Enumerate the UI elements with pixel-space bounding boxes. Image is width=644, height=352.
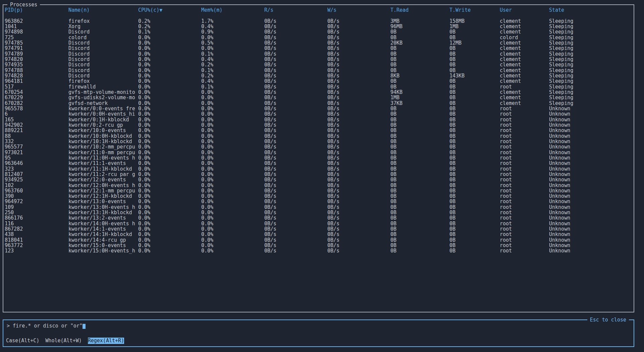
table-row[interactable]: 102kworker/12:0H-events_h0.0%0.0%0B/s0B/… — [5, 183, 632, 188]
table-row[interactable]: 973021kworker/11:0-mm_percpu0.0%0.0%0B/s… — [5, 150, 632, 155]
table-row[interactable]: 866176kworker/13:2-events0.0%0.0%0B/s0B/… — [5, 215, 632, 221]
cell-twrite: 0B — [449, 226, 500, 232]
cell-pid: 670229 — [5, 95, 68, 100]
table-row[interactable]: 332kworker/10:1H-kblockd0.0%0.0%0B/s0B/s… — [5, 139, 632, 144]
table-row[interactable]: 818041kworker/14:4-rcu_gp0.0%0.0%0B/s0B/… — [5, 237, 632, 243]
table-row[interactable]: 889221kworker/10:0-events0.0%0.0%0B/s0B/… — [5, 128, 632, 133]
table-row[interactable]: 670254gvfs-mtp-volume-monito0.0%0.0%0B/s… — [5, 90, 632, 95]
search-prompt: > — [7, 323, 13, 329]
cell-user: root — [500, 111, 549, 117]
cell-mem: 0.0% — [201, 155, 264, 161]
cell-state: Sleeping — [549, 35, 632, 40]
table-row[interactable]: 95kworker/11:0H-events_h0.0%0.0%0B/s0B/s… — [5, 155, 632, 161]
col-header-ws[interactable]: W/s — [327, 7, 390, 13]
table-row[interactable]: 165kworker/0:1H-kblockd0.0%0.0%0B/s0B/s0… — [5, 117, 632, 122]
table-row[interactable]: 965578kworker/0:0-events_fre0.0%0.0%0B/s… — [5, 106, 632, 111]
search-option-regex[interactable]: Regex(Alt+R) — [88, 338, 124, 344]
col-header-state[interactable]: State — [549, 7, 632, 13]
cell-twrite: 0B — [449, 237, 500, 243]
cell-tread: 0B — [390, 106, 449, 111]
table-row[interactable]: 88kworker/10:0H-kblockd0.0%0.0%0B/s0B/s0… — [5, 133, 632, 139]
cell-rs: 0B/s — [264, 221, 327, 226]
cell-mem: 0.0% — [201, 172, 264, 177]
cell-name: kworker/0:0H-events_hi — [68, 111, 138, 117]
table-row[interactable]: 965577kworker/10:2-mm_percpu0.0%0.0%0B/s… — [5, 144, 632, 150]
cell-twrite: 0B — [449, 78, 500, 84]
table-row[interactable]: 974789Discord0.0%0.1%0B/s0B/s0B0Bclement… — [5, 51, 632, 57]
table-row[interactable]: 116kworker/14:0H-events_h0.0%0.0%0B/s0B/… — [5, 221, 632, 226]
table-row[interactable]: 725colord0.0%0.0%0B/s0B/s0B0BcolordSleep… — [5, 35, 632, 40]
cell-cpu: 0.0% — [138, 84, 201, 90]
cell-ws: 0B/s — [327, 150, 390, 155]
table-row[interactable]: 670282gvfsd-network0.0%0.0%0B/s0B/s37KB0… — [5, 101, 632, 106]
table-row[interactable]: 974898Discord0.1%0.9%0B/s0B/s0B0Bclement… — [5, 29, 632, 35]
cell-twrite: 0B — [449, 122, 500, 128]
cell-twrite: 0B — [449, 204, 500, 210]
cell-tread: 0B — [390, 161, 449, 166]
table-row[interactable]: 963862firefox0.2%1.7%0B/s0B/s3MB158MBcle… — [5, 18, 632, 24]
cell-ws: 0B/s — [327, 226, 390, 232]
cell-cpu: 0.0% — [138, 150, 201, 155]
cell-pid: 6 — [5, 111, 68, 117]
cell-user: root — [500, 204, 549, 210]
col-header-name[interactable]: Name(n) — [68, 7, 138, 13]
cell-twrite: 143KB — [449, 73, 500, 78]
cell-pid: 670282 — [5, 101, 68, 106]
cell-mem: 0.0% — [201, 226, 264, 232]
table-row[interactable]: 6kworker/0:0H-events_hi0.0%0.0%0B/s0B/s0… — [5, 111, 632, 117]
cell-state: Unknown — [549, 188, 632, 193]
col-header-user[interactable]: User — [500, 7, 549, 13]
col-header-pid[interactable]: PID(p) — [5, 7, 68, 13]
table-row[interactable]: 1041Xorg0.2%0.4%0B/s0B/s96MB1MBclementSl… — [5, 24, 632, 29]
search-option-whole[interactable]: Whole(Alt+W) — [45, 338, 82, 344]
col-header-twrite[interactable]: T.Write — [449, 7, 500, 13]
cell-tread: 0B — [390, 221, 449, 226]
cell-pid: 963760 — [5, 188, 68, 193]
table-row[interactable]: 517firewalld0.0%0.1%0B/s0B/s0B0BrootSlee… — [5, 84, 632, 90]
search-query-text: fire.* or disco or "or" — [13, 323, 83, 329]
cell-rs: 0B/s — [264, 40, 327, 46]
cell-cpu: 0.0% — [138, 68, 201, 73]
table-row[interactable]: 974791Discord0.0%0.0%0B/s0B/s0B0Bclement… — [5, 46, 632, 51]
cell-rs: 0B/s — [264, 188, 327, 193]
table-row[interactable]: 974828Discord0.0%0.2%0B/s0B/s8KB143KBcle… — [5, 73, 632, 78]
table-row[interactable]: 963646kworker/11:1-events0.0%0.0%0B/s0B/… — [5, 161, 632, 166]
table-row[interactable]: 323kworker/11:1H-kblockd0.0%0.0%0B/s0B/s… — [5, 166, 632, 172]
cell-mem: 0.0% — [201, 210, 264, 215]
col-header-cpu[interactable]: CPU%(c)▼ — [138, 7, 201, 13]
cell-ws: 0B/s — [327, 18, 390, 24]
table-row[interactable]: 942902kworker/0:2-rcu_gp0.0%0.0%0B/s0B/s… — [5, 122, 632, 128]
table-row[interactable]: 438kworker/14:1H-kblockd0.0%0.0%0B/s0B/s… — [5, 232, 632, 237]
col-header-mem[interactable]: Mem%(m) — [201, 7, 264, 13]
table-row[interactable]: 123kworker/15:0H-events_h0.0%0.0%0B/s0B/… — [5, 248, 632, 253]
table-row[interactable]: 974820Discord0.0%0.4%0B/s0B/s0B0Bclement… — [5, 57, 632, 62]
cell-ws: 0B/s — [327, 204, 390, 210]
cell-mem: 0.0% — [201, 46, 264, 51]
table-row[interactable]: 670229gvfs-udisks2-volume-mo0.0%0.0%0B/s… — [5, 95, 632, 100]
cell-tread: 0B — [390, 84, 449, 90]
table-row[interactable]: 250kworker/13:1H-kblockd0.0%0.0%0B/s0B/s… — [5, 210, 632, 215]
table-row[interactable]: 964972kworker/13:0-events0.0%0.0%0B/s0B/… — [5, 199, 632, 204]
cell-name: kworker/14:0H-events_h — [68, 221, 138, 226]
table-row[interactable]: 974788Discord0.0%0.1%0B/s0B/s0B0Bclement… — [5, 68, 632, 73]
col-header-rs[interactable]: R/s — [264, 7, 327, 13]
table-row[interactable]: 974785Discord0.0%0.5%0B/s0B/s20KB12MBcle… — [5, 40, 632, 46]
table-row[interactable]: 812407kworker/11:2-rcu_par_g0.0%0.0%0B/s… — [5, 172, 632, 177]
cell-state: Unknown — [549, 243, 632, 248]
table-row[interactable]: 109kworker/13:0H-events_h0.0%0.0%0B/s0B/… — [5, 204, 632, 210]
table-row[interactable]: 963772kworker/15:0-events0.0%0.0%0B/s0B/… — [5, 243, 632, 248]
search-input[interactable]: > fire.* or disco or "or" — [7, 323, 634, 329]
table-row[interactable]: 934925kworker/12:0-events0.0%0.0%0B/s0B/… — [5, 177, 632, 182]
search-option-case[interactable]: Case(Alt+C) — [6, 338, 39, 344]
table-row[interactable]: 390kworker/12:1H-kblockd0.0%0.0%0B/s0B/s… — [5, 193, 632, 199]
cell-ws: 0B/s — [327, 35, 390, 40]
table-row[interactable]: 974935Discord0.0%0.2%0B/s0B/s0B0Bclement… — [5, 62, 632, 67]
cell-tread: 0B — [390, 144, 449, 150]
table-row[interactable]: 963760kworker/12:1-mm_percpu0.0%0.0%0B/s… — [5, 188, 632, 193]
table-row[interactable]: 867282kworker/14:1-events0.0%0.0%0B/s0B/… — [5, 226, 632, 232]
table-row[interactable]: 964181firefox0.0%0.4%0B/s0B/s0B0Bclement… — [5, 78, 632, 84]
cell-mem: 0.0% — [201, 183, 264, 188]
cell-user: clement — [500, 29, 549, 35]
col-header-tread[interactable]: T.Read — [390, 7, 449, 13]
cell-pid: 866176 — [5, 215, 68, 221]
